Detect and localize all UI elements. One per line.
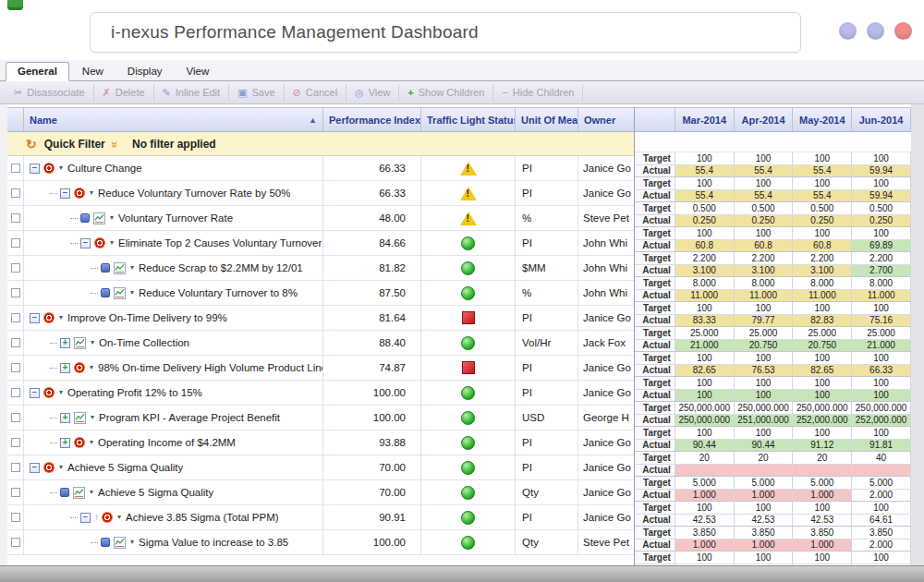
target-cell[interactable]: 8.000 [675, 277, 735, 289]
target-cell[interactable]: 250,000.000 [735, 402, 794, 414]
row-checkbox[interactable] [11, 288, 20, 297]
traffic-light-column-header[interactable]: Traffic Light Status [421, 108, 516, 131]
target-cell[interactable]: 25.000 [735, 327, 794, 339]
target-cell[interactable]: 100 [793, 152, 852, 164]
target-cell[interactable]: 20 [793, 452, 852, 464]
actual-cell[interactable]: 90.44 [735, 440, 794, 452]
chevron-down-icon[interactable]: ▾ [91, 339, 94, 346]
target-cell[interactable]: 100 [675, 352, 735, 364]
target-cell[interactable]: 5.000 [675, 477, 735, 489]
target-cell[interactable]: 100 [852, 427, 911, 439]
target-cell[interactable]: 100 [735, 427, 794, 439]
chevron-down-icon[interactable]: ▾ [91, 414, 94, 421]
chevron-down-icon[interactable]: ▾ [117, 514, 121, 521]
target-cell[interactable]: 100 [735, 177, 794, 189]
actual-cell[interactable]: 100 [735, 390, 794, 402]
actual-cell[interactable]: 1.000 [675, 490, 735, 502]
tree-expander-icon[interactable] [80, 213, 90, 223]
actual-cell[interactable]: 79.77 [735, 315, 794, 327]
target-cell[interactable]: 100 [675, 427, 735, 439]
actual-cell[interactable]: 1.000 [793, 540, 852, 552]
actual-cell[interactable]: 1.000 [793, 490, 852, 502]
target-cell[interactable]: 2.200 [675, 252, 735, 264]
tree-expander-icon[interactable] [60, 413, 70, 423]
actual-cell[interactable]: 0.250 [852, 215, 911, 227]
row-checkbox[interactable] [11, 513, 20, 522]
target-cell[interactable]: 100 [675, 177, 735, 189]
chevron-down-icon[interactable]: ▾ [59, 314, 63, 321]
tree-expander-icon[interactable] [30, 164, 40, 174]
row-checkbox[interactable] [11, 164, 20, 173]
target-cell[interactable]: 100 [852, 152, 911, 164]
target-cell[interactable]: 100 [675, 377, 735, 389]
target-cell[interactable]: 0.500 [852, 202, 911, 214]
actual-cell[interactable]: 60.8 [793, 240, 852, 252]
table-row[interactable]: ↑ ▾ On-Time Collection 88.40 [7, 331, 634, 356]
actual-cell[interactable]: 11.000 [852, 290, 911, 302]
row-checkbox[interactable] [11, 338, 20, 347]
target-cell[interactable]: 100 [675, 152, 735, 164]
actual-cell[interactable]: 252,000.000 [852, 415, 911, 427]
actual-cell[interactable]: 1.000 [735, 540, 794, 552]
target-cell[interactable]: 100 [852, 502, 911, 514]
target-cell[interactable]: 100 [735, 552, 794, 564]
target-cell[interactable]: 25.000 [793, 327, 852, 339]
chevron-down-icon[interactable]: ▾ [59, 164, 63, 172]
row-checkbox[interactable] [11, 463, 20, 472]
cancel-button[interactable]: ⊘ Cancel [285, 84, 346, 102]
row-checkbox[interactable] [11, 213, 20, 223]
month-column-header[interactable]: Apr-2014 [735, 108, 794, 131]
table-row[interactable]: ↑ ▾ 98% On-time Delivery High Volume Pro… [7, 356, 634, 381]
target-cell[interactable]: 5.000 [735, 477, 794, 489]
actual-cell[interactable]: 1.000 [735, 490, 794, 502]
target-cell[interactable]: 20 [675, 452, 735, 464]
actual-cell[interactable]: 250,000.000 [675, 415, 735, 427]
target-cell[interactable]: 100 [793, 552, 852, 564]
actual-cell[interactable]: 55.4 [793, 165, 852, 177]
table-row[interactable]: ↑ ▾ Achieve 3.85 Sigma (Total PPM) 90.91 [7, 505, 634, 530]
table-row[interactable]: ↑ ▾ Improve On-Time Delivery to 99% 81.6… [7, 306, 634, 331]
actual-cell[interactable]: 55.4 [793, 190, 852, 202]
actual-cell[interactable]: 75.16 [852, 315, 911, 327]
target-cell[interactable]: 40 [852, 452, 911, 464]
table-row[interactable]: ↑ ▾ Operating Profit 12% to 15% 100.00 [7, 381, 634, 406]
table-row[interactable]: ↑ ▾ Achieve 5 Sigma Quality 70.00 [7, 480, 634, 505]
actual-cell[interactable]: 90.44 [675, 440, 735, 452]
tree-expander-icon[interactable] [101, 288, 110, 297]
target-cell[interactable]: 2.200 [852, 252, 911, 264]
actual-cell[interactable] [675, 465, 735, 477]
actual-cell[interactable]: 21.000 [675, 340, 735, 352]
window-control-dot[interactable] [867, 22, 884, 40]
tree-expander-icon[interactable] [101, 263, 110, 273]
actual-cell[interactable] [735, 465, 794, 477]
row-checkbox[interactable] [11, 363, 20, 372]
actual-cell[interactable]: 91.81 [852, 440, 911, 452]
expand-filter-chevron-icon[interactable]: » [108, 141, 122, 146]
target-cell[interactable]: 100 [852, 552, 911, 564]
target-cell[interactable]: 8.000 [735, 277, 794, 289]
actual-cell[interactable]: 82.65 [793, 365, 852, 377]
target-cell[interactable]: 5.000 [793, 477, 852, 489]
chevron-down-icon[interactable]: ▾ [90, 364, 93, 371]
target-cell[interactable]: 3.850 [793, 527, 852, 539]
target-cell[interactable]: 3.850 [852, 527, 911, 539]
table-row[interactable]: ↑ ▾ Eliminate Top 2 Causes Voluntary Tur… [7, 231, 634, 256]
target-cell[interactable]: 250,000.000 [852, 402, 911, 414]
target-cell[interactable]: 100 [793, 377, 852, 389]
actual-cell[interactable]: 60.8 [735, 240, 794, 252]
tree-expander-icon[interactable] [60, 438, 70, 448]
show-children-button[interactable]: + Show Children [399, 84, 493, 102]
chevron-down-icon[interactable]: ▾ [59, 389, 63, 396]
actual-cell[interactable]: 0.250 [793, 215, 852, 227]
target-cell[interactable]: 100 [793, 502, 852, 514]
target-cell[interactable]: 100 [675, 302, 735, 314]
owner-column-header[interactable]: Owner [578, 108, 634, 131]
actual-cell[interactable]: 100 [852, 390, 911, 402]
actual-cell[interactable]: 76.53 [735, 365, 794, 377]
tab-view[interactable]: View [176, 63, 221, 80]
target-cell[interactable]: 250,000.000 [675, 402, 735, 414]
target-cell[interactable]: 100 [675, 552, 735, 564]
chevron-down-icon[interactable]: ▾ [110, 214, 114, 222]
save-button[interactable]: ▣ Save [229, 84, 284, 102]
target-cell[interactable]: 2.200 [793, 252, 852, 264]
